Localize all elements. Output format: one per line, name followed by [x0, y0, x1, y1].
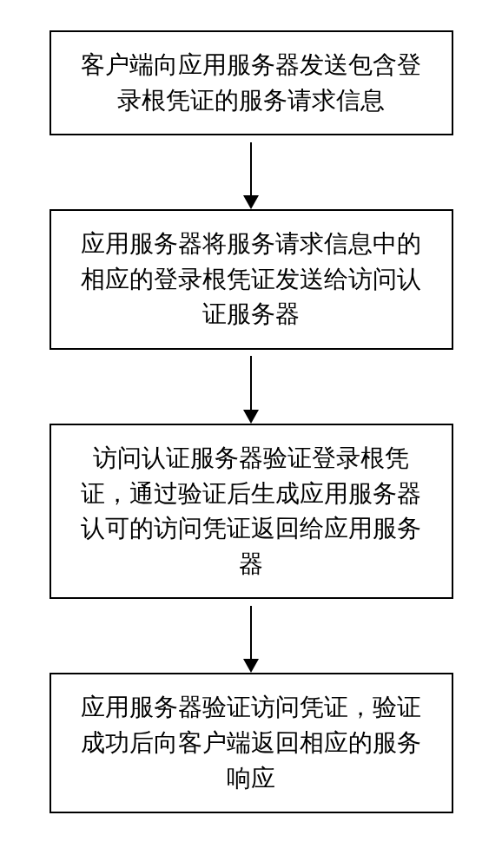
arrow-line: [250, 606, 252, 667]
arrow-head-icon: [243, 195, 259, 209]
arrow-head-icon: [243, 410, 259, 424]
flowchart-step-2: 应用服务器将服务请求信息中的相应的登录根凭证发送给访问认证服务器: [50, 209, 453, 350]
arrow-head-icon: [243, 659, 259, 673]
step-text: 访问认证服务器验证登录根凭证，通过验证后生成应用服务器认可的访问凭证返回给应用服…: [73, 441, 430, 582]
flowchart-step-1: 客户端向应用服务器发送包含登录根凭证的服务请求信息: [50, 30, 453, 135]
step-text: 应用服务器验证访问凭证，验证成功后向客户端返回相应的服务响应: [73, 690, 430, 796]
step-text: 客户端向应用服务器发送包含登录根凭证的服务请求信息: [73, 48, 430, 118]
flowchart-step-3: 访问认证服务器验证登录根凭证，通过验证后生成应用服务器认可的访问凭证返回给应用服…: [50, 424, 453, 599]
flowchart-arrow-1: [250, 135, 252, 209]
arrow-line: [250, 142, 252, 203]
flowchart-step-4: 应用服务器验证访问凭证，验证成功后向客户端返回相应的服务响应: [50, 673, 453, 813]
flowchart-arrow-2: [250, 350, 252, 424]
step-text: 应用服务器将服务请求信息中的相应的登录根凭证发送给访问认证服务器: [73, 227, 430, 332]
flowchart-arrow-3: [250, 599, 252, 673]
arrow-line: [250, 356, 252, 417]
